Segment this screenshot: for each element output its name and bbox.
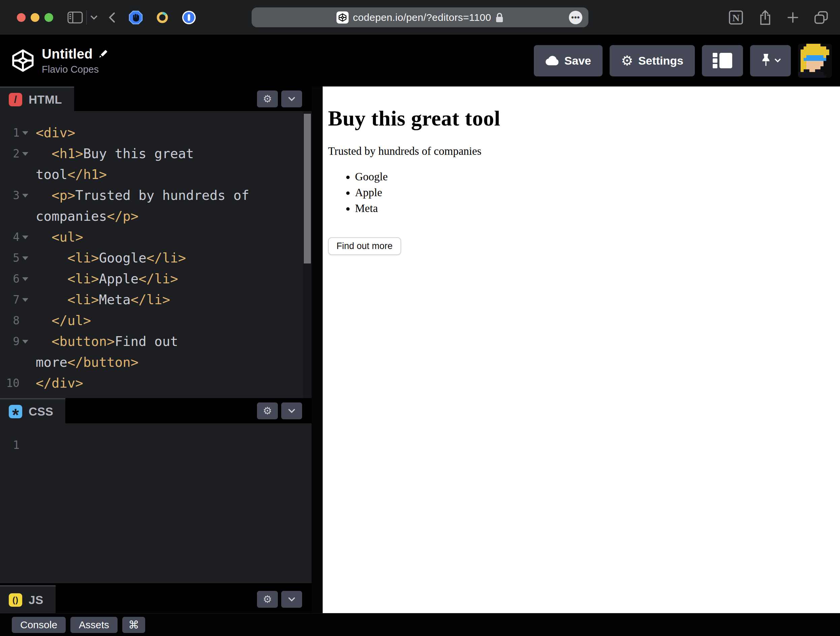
assets-button[interactable]: Assets (70, 617, 118, 633)
pen-author[interactable]: Flavio Copes (42, 64, 108, 75)
line-gutter[interactable]: 3 (0, 185, 31, 206)
html-editor-header: / HTML ⚙ (0, 87, 311, 111)
chevron-down-icon[interactable] (90, 15, 98, 20)
fold-arrow-icon[interactable] (22, 150, 29, 157)
pin-button[interactable] (750, 45, 791, 76)
code-line: 8</ul> (0, 310, 311, 331)
zoom-window-button[interactable] (44, 13, 53, 22)
code-tag: </li> (147, 250, 186, 266)
line-gutter[interactable]: 10 (0, 373, 31, 394)
line-number: 7 (5, 290, 19, 310)
fold-arrow-icon[interactable] (22, 296, 29, 303)
code-line: 4<ul> (0, 227, 311, 248)
ring-extension-icon[interactable] (156, 11, 169, 24)
html-tab-label: HTML (28, 93, 62, 106)
line-gutter[interactable]: 9 (0, 331, 31, 352)
codepen-favicon (336, 11, 349, 24)
share-icon[interactable] (758, 9, 772, 25)
address-bar[interactable]: codepen.io/pen/?editors=1100 ••• (252, 8, 588, 27)
close-window-button[interactable] (17, 13, 25, 22)
tab-html[interactable]: / HTML (0, 87, 74, 111)
editors-column: / HTML ⚙ 1<div>2<h1>Buy this greattool</… (0, 87, 311, 613)
preview-list-item: Apple (355, 185, 835, 201)
chevron-down-icon (288, 97, 295, 101)
line-gutter[interactable] (0, 206, 31, 227)
console-button[interactable]: Console (12, 617, 66, 633)
line-gutter[interactable] (0, 164, 31, 185)
line-gutter[interactable]: 1 (0, 123, 31, 143)
code-content: Apple (99, 271, 139, 287)
browser-right-icons: N (728, 0, 829, 35)
fold-arrow-placeholder (22, 317, 29, 324)
fold-arrow-icon[interactable] (22, 275, 29, 282)
tab-js[interactable]: () JS (0, 585, 55, 613)
js-collapse-button[interactable] (281, 591, 302, 608)
fold-arrow-icon[interactable] (22, 338, 29, 345)
html-collapse-button[interactable] (281, 91, 302, 107)
code-content: Buy this great (83, 146, 194, 161)
onepassword-extension-icon[interactable] (182, 10, 196, 25)
js-settings-button[interactable]: ⚙ (257, 591, 278, 608)
preview-list: GoogleAppleMeta (328, 169, 835, 216)
tab-css[interactable]: * CSS (0, 398, 65, 423)
line-gutter[interactable]: 5 (0, 248, 31, 269)
find-out-more-button[interactable]: Find out more (328, 237, 401, 255)
pen-title-block: Untitled Flavio Copes (42, 46, 108, 75)
code-line: 1 (0, 435, 311, 456)
line-number: 1 (5, 123, 19, 143)
preview-pane: Buy this great tool Trusted by hundreds … (323, 87, 840, 613)
line-gutter[interactable]: 6 (0, 269, 31, 290)
line-gutter[interactable]: 4 (0, 227, 31, 248)
notion-extension-icon[interactable]: N (728, 10, 744, 25)
content-blocker-extension-icon[interactable] (129, 10, 143, 25)
line-gutter[interactable]: 8 (0, 310, 31, 331)
edit-pencil-icon[interactable] (98, 49, 108, 59)
code-text: <li>Apple</li> (31, 269, 178, 290)
save-button[interactable]: Save (534, 45, 603, 76)
line-number: 3 (5, 185, 19, 206)
lock-icon (496, 12, 504, 23)
css-code-editor[interactable]: 1 (0, 423, 311, 583)
fold-arrow-icon[interactable] (22, 234, 29, 241)
fold-arrow-icon[interactable] (22, 192, 29, 199)
tab-overview-icon[interactable] (814, 10, 829, 25)
code-line: 1<div> (0, 123, 311, 143)
new-tab-icon[interactable] (787, 11, 799, 24)
scrollbar-thumb[interactable] (304, 114, 311, 263)
code-line: 6<li>Apple</li> (0, 269, 311, 290)
line-gutter[interactable]: 2 (0, 143, 31, 164)
change-view-button[interactable] (702, 45, 743, 76)
layout-icon (713, 53, 732, 68)
fold-arrow-icon[interactable] (22, 255, 29, 261)
user-avatar[interactable] (798, 44, 832, 78)
minimize-window-button[interactable] (31, 13, 39, 22)
line-gutter[interactable]: 1 (0, 435, 31, 456)
code-line: 10</div> (0, 373, 311, 394)
codepen-header: Untitled Flavio Copes Save (0, 35, 840, 87)
fold-arrow-icon[interactable] (22, 129, 29, 136)
line-gutter[interactable] (0, 352, 31, 373)
css-settings-button[interactable]: ⚙ (257, 403, 278, 419)
line-gutter[interactable]: 7 (0, 290, 31, 310)
code-tag: <li> (67, 292, 99, 307)
sidebar-toggle-icon[interactable] (67, 11, 83, 24)
settings-button[interactable]: ⚙ Settings (609, 45, 695, 76)
css-tab-label: CSS (28, 405, 53, 418)
page-settings-icon[interactable]: ••• (569, 11, 582, 24)
line-number: 10 (5, 373, 19, 394)
fold-arrow-placeholder (22, 442, 29, 449)
line-number: 4 (5, 227, 19, 248)
code-line: tool</h1> (0, 164, 311, 185)
code-tag: </div> (36, 376, 83, 391)
html-editor-section: / HTML ⚙ 1<div>2<h1>Buy this greattool</… (0, 87, 311, 398)
css-editor-section: * CSS ⚙ 1 (0, 398, 311, 583)
keyboard-shortcuts-button[interactable]: ⌘ (122, 617, 145, 633)
html-settings-button[interactable]: ⚙ (257, 91, 278, 107)
editor-preview-divider[interactable] (311, 87, 323, 613)
html-code-editor[interactable]: 1<div>2<h1>Buy this greattool</h1>3<p>Tr… (0, 111, 311, 398)
css-collapse-button[interactable] (281, 403, 302, 419)
codepen-logo[interactable] (11, 49, 35, 73)
html-icon: / (9, 93, 22, 106)
fold-arrow-placeholder (22, 171, 29, 178)
back-button-icon[interactable] (108, 12, 116, 23)
